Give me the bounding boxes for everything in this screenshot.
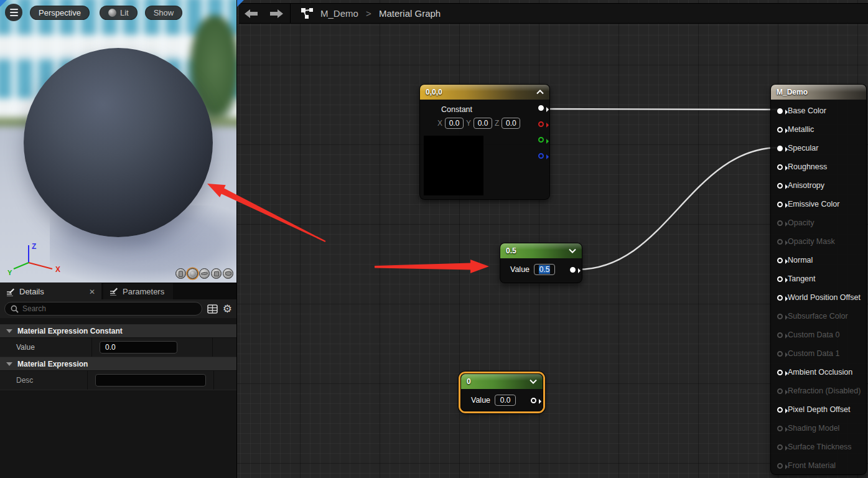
forward-button[interactable] <box>264 9 289 19</box>
subsurface-color-input-pin-icon[interactable] <box>777 314 783 319</box>
mesh-preview-cube-button[interactable] <box>211 268 222 279</box>
b-output-pin-icon[interactable] <box>538 153 544 159</box>
tab-parameters[interactable]: Parameters <box>103 283 173 299</box>
base-color-input-pin-icon[interactable] <box>777 108 783 114</box>
scalar-half-node[interactable]: 0.5 Value 0.5 <box>500 243 582 283</box>
constant3-node[interactable]: 0,0,0 Constant X 0.0 Y 0.0 Z 0.0 <box>419 84 550 200</box>
scalar-zero-node-header[interactable]: 0 <box>461 374 543 389</box>
scalar-output-pin-icon[interactable] <box>531 398 536 403</box>
breadcrumb-asset[interactable]: M_Demo <box>320 8 358 19</box>
preview-viewport-panel[interactable]: Perspective Lit Show Z X Y <box>0 0 236 283</box>
constant3-node-header[interactable]: 0,0,0 <box>420 85 549 100</box>
viewport-menu-button[interactable] <box>5 4 22 21</box>
node-title: 0.5 <box>506 246 516 255</box>
display-filter-icon[interactable] <box>207 304 218 314</box>
scalar-half-node-header[interactable]: 0.5 <box>500 243 582 258</box>
pin-label: Subsurface Color <box>788 312 848 321</box>
material-output-row: Tangent <box>771 269 866 288</box>
material-output-row: Opacity <box>771 213 866 232</box>
x-input[interactable]: 0.0 <box>445 118 464 129</box>
tab-close-icon[interactable]: ✕ <box>89 288 95 296</box>
emissive-color-input-pin-icon[interactable] <box>777 202 783 207</box>
back-button[interactable] <box>239 9 264 19</box>
tangent-input-pin-icon[interactable] <box>777 276 783 282</box>
plane-icon <box>201 271 208 275</box>
axis-z-label: Z <box>32 242 36 251</box>
material-result-node-header[interactable]: M_Demo <box>771 85 866 100</box>
opacity-input-pin-icon[interactable] <box>777 220 783 226</box>
details-search-row: ⚙ <box>0 299 236 318</box>
lit-mode-button[interactable]: Lit <box>100 6 138 20</box>
pin-label: Ambient Occlusion <box>788 368 852 377</box>
opacity-mask-input-pin-icon[interactable] <box>777 239 783 245</box>
z-input[interactable]: 0.0 <box>502 118 520 129</box>
collapse-chevron-up-icon[interactable] <box>536 90 544 95</box>
scalar-output-pin-icon[interactable] <box>570 267 576 273</box>
pin-label: Metallic <box>788 125 814 134</box>
lit-label: Lit <box>120 8 129 17</box>
shading-model-input-pin-icon[interactable] <box>777 426 783 431</box>
custom-data-0-input-pin-icon[interactable] <box>777 332 783 338</box>
search-box[interactable] <box>4 302 202 316</box>
material-output-row: Opacity Mask <box>771 232 866 251</box>
y-input[interactable]: 0.0 <box>474 118 492 129</box>
material-output-row: Emissive Color <box>771 195 866 213</box>
material-output-row: Front Material <box>771 456 866 475</box>
node-title: 0 <box>467 377 471 386</box>
value-input[interactable]: 0.5 <box>534 264 555 275</box>
normal-input-pin-icon[interactable] <box>777 258 783 263</box>
tab-parameters-label: Parameters <box>123 287 164 296</box>
section-collapse-icon <box>6 362 12 366</box>
r-output-pin-icon[interactable] <box>538 121 544 127</box>
pin-label: Opacity <box>788 218 814 227</box>
material-graph-panel[interactable]: M_Demo > Material Graph 0,0,0 Constant X… <box>236 0 868 478</box>
ambient-occlusion-input-pin-icon[interactable] <box>777 370 783 375</box>
settings-gear-icon[interactable]: ⚙ <box>223 302 232 316</box>
search-input[interactable] <box>22 304 196 313</box>
desc-field[interactable] <box>95 374 206 387</box>
refraction-disabled-input-pin-icon[interactable] <box>777 388 783 394</box>
perspective-button[interactable]: Perspective <box>30 6 90 20</box>
preview-sphere[interactable] <box>24 48 213 237</box>
front-material-input-pin-icon[interactable] <box>777 463 783 469</box>
constant3-color-preview <box>424 136 483 195</box>
section-collapse-icon <box>6 329 12 333</box>
pin-label: Opacity Mask <box>788 237 835 246</box>
node-title: M_Demo <box>777 88 808 96</box>
breadcrumb-page: Material Graph <box>379 8 441 19</box>
collapse-chevron-down-icon[interactable] <box>569 248 576 253</box>
pin-label: Anisotropy <box>788 181 824 190</box>
scalar-zero-value-row: Value 0.0 <box>461 389 543 411</box>
roughness-input-pin-icon[interactable] <box>777 164 783 170</box>
section-material-expression[interactable]: Material Expression <box>0 357 236 371</box>
tab-details[interactable]: Details ✕ <box>0 283 101 299</box>
details-tabbar: Details ✕ Parameters <box>0 283 236 299</box>
metallic-input-pin-icon[interactable] <box>777 127 783 133</box>
anisotropy-input-pin-icon[interactable] <box>777 183 783 189</box>
material-result-node[interactable]: M_Demo Base ColorMetallicSpecularRoughne… <box>770 84 867 475</box>
mesh-preview-cylinder-button[interactable] <box>175 268 186 279</box>
custom-data-1-input-pin-icon[interactable] <box>777 351 783 357</box>
mesh-preview-plane-button[interactable] <box>199 268 210 279</box>
surface-thickness-input-pin-icon[interactable] <box>777 444 783 450</box>
forward-arrow-icon <box>269 9 284 19</box>
collapse-chevron-down-icon[interactable] <box>530 379 537 384</box>
value-field[interactable] <box>100 341 177 354</box>
scalar-zero-node-selected[interactable]: 0 Value 0.0 <box>460 373 543 411</box>
pin-label: Roughness <box>788 162 827 171</box>
mesh-preview-teapot-button[interactable] <box>223 268 233 279</box>
show-menu-button[interactable]: Show <box>145 6 183 20</box>
g-output-pin-icon[interactable] <box>538 137 544 143</box>
world-position-offset-input-pin-icon[interactable] <box>777 295 783 301</box>
rgb-output-pin-icon[interactable] <box>538 105 544 111</box>
specular-input-pin-icon[interactable] <box>777 146 783 151</box>
material-output-row: Metallic <box>771 120 866 139</box>
cube-icon <box>214 271 219 276</box>
pin-label: Base Color <box>788 106 826 115</box>
material-output-row: Roughness <box>771 157 866 176</box>
value-label: Value <box>471 396 490 405</box>
section-material-expression-constant[interactable]: Material Expression Constant <box>0 324 236 338</box>
pixel-depth-offset-input-pin-icon[interactable] <box>777 407 783 413</box>
value-input[interactable]: 0.0 <box>495 395 516 406</box>
mesh-preview-sphere-button[interactable] <box>187 268 198 279</box>
